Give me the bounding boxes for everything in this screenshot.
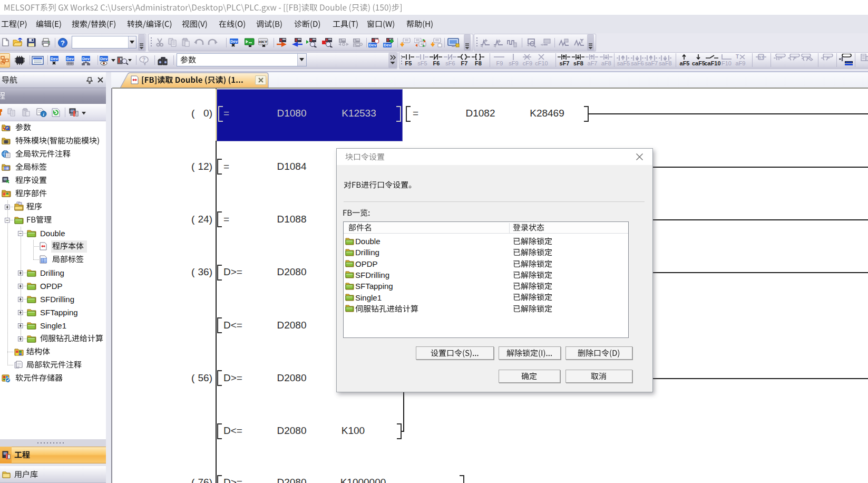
svg-text:Dev: Dev	[369, 43, 377, 47]
svg-text:Dev: Dev	[100, 56, 108, 61]
svg-text:Dev: Dev	[51, 56, 58, 61]
svg-text:?: ?	[61, 39, 65, 47]
svg-text:Dev: Dev	[230, 39, 238, 44]
svg-text:ST: ST	[758, 55, 764, 60]
svg-text:Dev: Dev	[384, 43, 392, 47]
svg-text:Dev: Dev	[66, 56, 74, 61]
svg-text:Dev: Dev	[82, 56, 90, 61]
svg-text:HKY: HKY	[259, 40, 268, 44]
svg-text:?: ?	[142, 57, 145, 63]
svg-text:T: T	[736, 54, 739, 60]
